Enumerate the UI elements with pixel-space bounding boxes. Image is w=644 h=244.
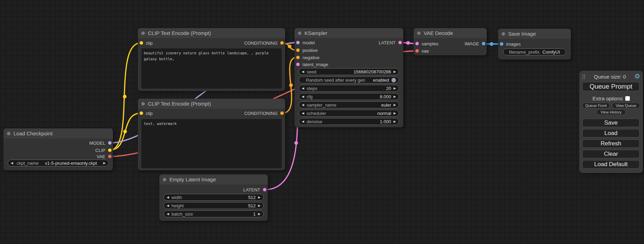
scheduler-widget[interactable]: ◀ scheduler normal ▶	[299, 110, 399, 117]
widget-value[interactable]: 1	[253, 211, 256, 217]
widget-label: filename_prefix	[509, 49, 539, 55]
sampler-name-widget[interactable]: ◀ sampler_name euler ▶	[299, 101, 399, 108]
widget-value[interactable]: ComfyUI	[542, 49, 560, 55]
prev-arrow-icon[interactable]: ◀	[167, 196, 169, 199]
widget-value[interactable]: 512	[248, 195, 256, 200]
widget-value[interactable]: enabled	[373, 78, 389, 83]
widget-value[interactable]: normal	[377, 111, 391, 116]
load-default-button[interactable]: Load Default	[582, 160, 639, 169]
node-title-bar[interactable]: VAE Decode	[414, 28, 487, 38]
latent-port-icon[interactable]	[263, 188, 266, 191]
view-queue-button[interactable]: View Queue	[612, 103, 640, 108]
clip-port-icon[interactable]	[140, 111, 143, 115]
random-seed-toggle[interactable]: Random seed after every gen enabled	[299, 76, 399, 83]
widget-value[interactable]: v1-5-pruned-emaonly.ckpt	[45, 161, 97, 166]
seed-widget[interactable]: ◀ seed 156680208700286 ▶	[299, 68, 399, 75]
next-arrow-icon[interactable]: ▶	[258, 204, 261, 207]
link-dot[interactable]	[406, 41, 410, 45]
next-arrow-icon[interactable]: ▶	[394, 95, 396, 98]
prev-arrow-icon[interactable]: ◀	[302, 87, 304, 90]
link-dot[interactable]	[289, 83, 293, 87]
height-widget[interactable]: ◀ height 512 ▶	[164, 202, 264, 209]
node-ksampler[interactable]: KSampler model positive negative latent_…	[294, 28, 403, 127]
node-title-bar[interactable]: Save Image	[498, 29, 571, 39]
link-dot[interactable]	[288, 45, 292, 48]
next-arrow-icon[interactable]: ▶	[258, 212, 261, 216]
conditioning-port-icon[interactable]	[280, 41, 284, 45]
view-history-button[interactable]: View History	[597, 109, 626, 115]
prev-arrow-icon[interactable]: ◀	[302, 120, 304, 123]
node-vae-decode[interactable]: VAE Decode samples vae IMAGE	[414, 28, 487, 55]
node-clip-text-encode-1[interactable]: CLIP Text Encode (Prompt) clip CONDITION…	[138, 28, 285, 91]
image-port-icon[interactable]	[482, 42, 485, 45]
node-title-bar[interactable]: Load Checkpoint	[3, 128, 113, 138]
clear-button[interactable]: Clear	[582, 150, 639, 158]
prompt-textarea[interactable]: beautiful scenery nature glass bottle la…	[141, 48, 282, 89]
conditioning-port-icon[interactable]	[296, 48, 300, 52]
link-dot[interactable]	[294, 141, 298, 145]
prev-arrow-icon[interactable]: ◀	[302, 70, 304, 73]
widget-value[interactable]: 8.000	[380, 94, 391, 99]
ckpt-name-widget[interactable]: ◀ ckpt_name v1-5-pruned-emaonly.ckpt ▶	[8, 160, 109, 166]
node-empty-latent-image[interactable]: Empty Latent Image LATENT ◀ width 512 ▶ …	[159, 174, 268, 221]
latent-port-icon[interactable]	[296, 63, 300, 66]
next-arrow-icon[interactable]: ▶	[103, 161, 106, 165]
conditioning-port-icon[interactable]	[296, 56, 300, 59]
toggle-enabled-icon[interactable]	[391, 78, 396, 82]
widget-value[interactable]: 1.000	[380, 119, 391, 124]
drag-handle-icon[interactable]	[582, 74, 585, 79]
widget-value[interactable]: 512	[248, 203, 256, 208]
node-title-bar[interactable]: CLIP Text Encode (Prompt)	[138, 28, 285, 38]
cfg-widget[interactable]: ◀ cfg 8.000 ▶	[299, 93, 399, 100]
next-arrow-icon[interactable]: ▶	[394, 120, 396, 123]
queue-prompt-button[interactable]: Queue Prompt	[582, 82, 639, 91]
prev-arrow-icon[interactable]: ◀	[167, 212, 169, 216]
vae-port-icon[interactable]	[415, 49, 419, 53]
node-title: KSampler	[305, 30, 327, 36]
vae-port-icon[interactable]	[108, 155, 112, 158]
node-clip-text-encode-2[interactable]: CLIP Text Encode (Prompt) clip CONDITION…	[138, 99, 285, 170]
next-arrow-icon[interactable]: ▶	[394, 70, 396, 73]
prev-arrow-icon[interactable]: ◀	[302, 95, 304, 98]
prev-arrow-icon[interactable]: ◀	[302, 103, 304, 107]
next-arrow-icon[interactable]: ▶	[394, 103, 396, 107]
link-dot[interactable]	[123, 130, 127, 134]
conditioning-port-icon[interactable]	[280, 111, 284, 115]
clip-port-icon[interactable]	[108, 148, 112, 152]
save-button[interactable]: Save	[582, 119, 639, 127]
image-port-icon[interactable]	[500, 42, 503, 46]
settings-gear-icon[interactable]: ⚙	[634, 73, 640, 80]
next-arrow-icon[interactable]: ▶	[394, 87, 396, 90]
node-title-bar[interactable]: KSampler	[294, 28, 403, 38]
link-dot[interactable]	[123, 95, 127, 99]
extra-options-checkbox[interactable]	[625, 96, 630, 101]
clip-port-icon[interactable]	[140, 41, 143, 45]
latent-port-icon[interactable]	[415, 42, 419, 45]
prev-arrow-icon[interactable]: ◀	[167, 204, 169, 207]
widget-value[interactable]: 156680208700286	[354, 69, 391, 74]
next-arrow-icon[interactable]: ▶	[394, 111, 396, 115]
load-button[interactable]: Load	[582, 129, 639, 137]
prompt-textarea[interactable]: text, watermark	[141, 119, 282, 168]
model-port-icon[interactable]	[108, 141, 112, 145]
steps-widget[interactable]: ◀ steps 20 ▶	[299, 85, 399, 92]
widget-value[interactable]: euler	[381, 102, 391, 108]
refresh-button[interactable]: Refresh	[582, 139, 639, 148]
input-negative: negative	[296, 55, 319, 60]
prev-arrow-icon[interactable]: ◀	[11, 161, 13, 165]
queue-front-button[interactable]: Queue Front	[582, 103, 610, 108]
node-title-bar[interactable]: CLIP Text Encode (Prompt)	[138, 99, 285, 109]
widget-value[interactable]: 20	[386, 86, 391, 91]
next-arrow-icon[interactable]: ▶	[258, 196, 261, 199]
filename-prefix-widget[interactable]: filename_prefix ComfyUI	[503, 48, 566, 55]
node-save-image[interactable]: Save Image images filename_prefix ComfyU…	[498, 29, 571, 60]
prev-arrow-icon[interactable]: ◀	[302, 111, 304, 115]
denoise-widget[interactable]: ◀ denoise 1.000 ▶	[299, 118, 399, 125]
latent-port-icon[interactable]	[398, 41, 402, 44]
batch-size-widget[interactable]: ◀ batch_size 1 ▶	[164, 210, 264, 217]
node-load-checkpoint[interactable]: Load Checkpoint MODEL CLIP VAE ◀ ckpt_na…	[3, 128, 113, 170]
node-title-bar[interactable]: Empty Latent Image	[159, 174, 268, 184]
model-port-icon[interactable]	[296, 41, 300, 44]
link-dot[interactable]	[490, 42, 494, 46]
width-widget[interactable]: ◀ width 512 ▶	[164, 194, 264, 201]
